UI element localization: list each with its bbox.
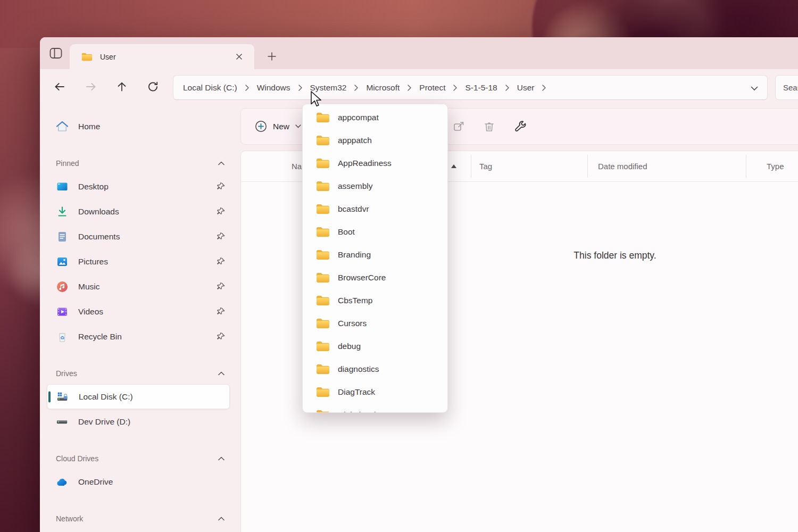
dropdown-folder-item[interactable]: assembly: [303, 174, 447, 197]
column-header-tag[interactable]: Tag: [479, 151, 492, 181]
breadcrumb-separator-icon: [298, 84, 303, 92]
search-placeholder: Search User: [783, 83, 798, 92]
back-arrow-icon: [53, 80, 66, 93]
sidebar-section-drives[interactable]: Drives: [47, 363, 230, 384]
tab-user[interactable]: User: [70, 44, 254, 69]
share-button[interactable]: [448, 116, 469, 137]
dropdown-folder-item[interactable]: Branding: [303, 243, 447, 266]
breadcrumb-item[interactable]: Microsoft: [365, 81, 401, 94]
drives-list: Local Disk (C:) Dev Drive (D:): [40, 384, 240, 434]
address-dropdown-button[interactable]: [749, 83, 760, 94]
breadcrumb-separator-icon: [407, 84, 412, 92]
pin-icon[interactable]: [216, 182, 226, 192]
desktop-icon: [56, 180, 69, 193]
dropdown-folder-item[interactable]: Cursors: [303, 312, 447, 335]
pictures-icon: [56, 255, 69, 268]
sidebar-item-label: Music: [78, 282, 216, 292]
breadcrumb-item[interactable]: User: [516, 81, 536, 94]
pin-icon[interactable]: [216, 257, 226, 267]
drive-windows-icon: [56, 390, 69, 403]
up-arrow-icon: [115, 80, 128, 93]
address-bar[interactable]: Local Disk (C:) Windows System32 Microso…: [173, 75, 768, 100]
column-divider[interactable]: [587, 155, 588, 178]
sidebar-item[interactable]: ♻ Recycle Bin: [47, 324, 230, 349]
close-icon: [236, 53, 243, 60]
section-label: Pinned: [56, 159, 218, 168]
search-input[interactable]: Search User: [775, 75, 798, 100]
sidebar-item[interactable]: Downloads: [47, 199, 230, 224]
sort-ascending-icon: [451, 164, 456, 168]
pinned-list: Desktop Downloads Documents Pictures: [40, 174, 240, 349]
breadcrumb-item[interactable]: Protect: [418, 81, 446, 94]
dropdown-folder-label: Boot: [338, 227, 355, 237]
up-button[interactable]: [112, 77, 132, 97]
dropdown-folder-item[interactable]: appcompat: [303, 106, 447, 129]
chevron-up-icon: [218, 161, 225, 165]
sidebar-item-home[interactable]: Home: [47, 114, 230, 139]
breadcrumb-item[interactable]: System32: [309, 81, 348, 94]
new-button[interactable]: New: [255, 120, 301, 132]
pin-icon[interactable]: [216, 307, 226, 317]
dropdown-folder-label: assembly: [338, 181, 372, 191]
column-divider[interactable]: [471, 155, 471, 178]
column-divider[interactable]: [746, 155, 746, 178]
dropdown-folder-item[interactable]: apppatch: [303, 129, 447, 152]
folder-icon: [316, 409, 330, 413]
dropdown-folder-item[interactable]: bcastdvr: [303, 197, 447, 220]
dropdown-folder-label: bcastdvr: [338, 204, 369, 214]
dropdown-folder-item[interactable]: Boot: [303, 220, 447, 243]
sidebar-item[interactable]: Pictures: [47, 249, 230, 274]
folder-icon: [316, 112, 330, 123]
dropdown-folder-label: CbsTemp: [338, 296, 372, 305]
sidebar-item[interactable]: Music: [47, 274, 230, 299]
tab-close-button[interactable]: [232, 50, 246, 64]
sidebar-item-drive[interactable]: Local Disk (C:): [47, 384, 230, 409]
dropdown-folder-item[interactable]: diagnostics: [303, 358, 447, 380]
sidebar-section-pinned[interactable]: Pinned: [47, 153, 230, 174]
breadcrumb-item[interactable]: S-1-5-18: [464, 81, 498, 94]
forward-button[interactable]: [81, 77, 101, 97]
home-icon: [56, 120, 69, 133]
tab-list-button[interactable]: [47, 44, 65, 62]
dropdown-folder-item[interactable]: DigitalLocker: [303, 403, 447, 413]
sidebar-section-network[interactable]: Network: [47, 508, 230, 529]
breadcrumb-item[interactable]: Local Disk (C:): [182, 81, 238, 94]
pin-icon[interactable]: [216, 282, 226, 292]
breadcrumb-item[interactable]: Windows: [256, 81, 292, 94]
sidebar-item[interactable]: Desktop: [47, 174, 230, 199]
pin-icon[interactable]: [216, 332, 226, 342]
column-header-date-modified[interactable]: Date modified: [598, 151, 647, 181]
pin-icon[interactable]: [216, 207, 226, 217]
dropdown-folder-item[interactable]: CbsTemp: [303, 289, 447, 312]
dropdown-folder-item[interactable]: debug: [303, 335, 447, 358]
column-header-type[interactable]: Type: [767, 151, 784, 181]
sidebar-item-onedrive[interactable]: OneDrive: [47, 469, 230, 494]
sidebar-item-label: OneDrive: [78, 477, 226, 487]
back-button[interactable]: [49, 77, 70, 97]
sidebar: Home Pinned Desktop Downloads: [40, 105, 240, 532]
new-tab-button[interactable]: [263, 48, 280, 65]
folder-icon: [316, 295, 330, 306]
drive-icon: [56, 415, 69, 428]
sidebar-item[interactable]: Videos: [47, 299, 230, 324]
chevron-up-icon: [218, 371, 225, 376]
pin-icon[interactable]: [216, 232, 226, 242]
dropdown-folder-label: debug: [338, 342, 361, 351]
dropdown-folder-item[interactable]: AppReadiness: [303, 152, 447, 174]
chevron-down-icon: [295, 124, 301, 128]
dropdown-folder-label: diagnostics: [338, 364, 379, 374]
forward-arrow-icon: [85, 80, 97, 93]
folder-icon: [316, 135, 330, 146]
dropdown-folder-item[interactable]: BrowserCore: [303, 266, 447, 289]
sidebar-item-drive[interactable]: Dev Drive (D:): [47, 409, 230, 434]
tools-button[interactable]: [510, 116, 531, 137]
sidebar-section-cloud-drives[interactable]: Cloud Drives: [47, 448, 230, 469]
sidebar-item-label: Pictures: [78, 257, 216, 267]
sidebar-item[interactable]: Documents: [47, 224, 230, 249]
file-explorer-window: User Local Disk (C:): [40, 37, 798, 532]
refresh-button[interactable]: [143, 77, 163, 97]
section-label: Network: [56, 514, 218, 523]
sidebar-item-label: Local Disk (C:): [79, 392, 225, 402]
dropdown-folder-item[interactable]: DiagTrack: [303, 380, 447, 403]
delete-button[interactable]: [478, 116, 500, 137]
